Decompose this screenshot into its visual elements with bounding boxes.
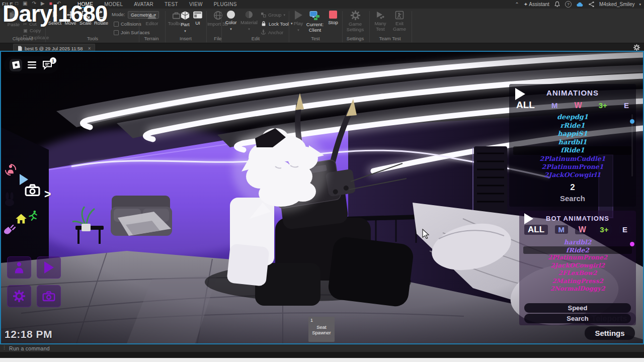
tab-plugins[interactable]: PLUGINS	[213, 1, 238, 8]
user-dropdown-icon[interactable]: ▾	[639, 3, 641, 7]
animation-item[interactable]: 2JackOCowgirl1	[513, 171, 632, 179]
edit-group-label: Edit	[223, 36, 288, 41]
bunny-icon[interactable]	[3, 192, 16, 207]
bot-filter-e[interactable]: E	[619, 225, 631, 234]
rotate-tool-button[interactable]: Rotate	[94, 11, 109, 26]
tab-test[interactable]: TEST	[164, 1, 179, 8]
bot-filter-all[interactable]: ALL	[524, 225, 548, 235]
bot-animation-item[interactable]: 2MatingPress2	[523, 278, 632, 286]
tab-model[interactable]: MODEL	[103, 1, 124, 8]
animation-item[interactable]: 2PlatinumCuddle1	[513, 155, 632, 163]
assistant-button[interactable]: ✦ Assistant	[524, 2, 549, 7]
command-bar-handle[interactable]: ⋮	[2, 345, 7, 350]
undo-icon[interactable]: ↶	[57, 1, 61, 6]
animation-item[interactable]: deepdg1	[513, 113, 632, 122]
close-tab-icon[interactable]: ×	[88, 46, 91, 51]
bot-animation-item[interactable]: hardbl2	[523, 238, 632, 246]
bot-animation-item[interactable]: 2JackOCowgirl2	[523, 262, 632, 270]
bot-scroll-thumb[interactable]	[630, 242, 634, 246]
plug-icon[interactable]	[3, 223, 16, 236]
spin-character-icon[interactable]	[4, 163, 17, 176]
game-settings-button[interactable]: Game Settings	[344, 11, 366, 32]
animation-item-selected[interactable]: fRide1	[513, 146, 632, 155]
anchor-button[interactable]: Anchor	[261, 29, 283, 35]
mouse-cursor	[422, 229, 431, 239]
collapse-ribbon-icon[interactable]: ⌃	[515, 2, 519, 7]
chevron-right-icon[interactable]: >	[44, 188, 51, 201]
animation-item[interactable]: rRide1	[513, 122, 632, 130]
viewport-gear-icon[interactable]	[633, 44, 640, 51]
runner-icon[interactable]	[28, 210, 38, 221]
quick-access-toolbar[interactable]: □ ▣ ↷ ▶ ■ ↶	[15, 1, 61, 6]
ui-button[interactable]: UI	[191, 11, 204, 26]
roblox-logo-icon[interactable]	[10, 59, 22, 71]
scale-tool-button[interactable]: Scale	[78, 11, 93, 26]
animation-item[interactable]: happiS1	[513, 130, 632, 138]
material-button[interactable]: Material▾	[239, 11, 259, 32]
file-menu[interactable]: FILE	[2, 1, 13, 7]
settings-button[interactable]: Settings	[585, 326, 635, 340]
game-viewport[interactable]: 1 >	[1, 52, 643, 343]
help-icon[interactable]: ?	[565, 1, 572, 8]
collisions-toggle[interactable]: Collisions	[114, 21, 141, 27]
join-surfaces-toggle[interactable]: Join Surfaces	[114, 30, 150, 35]
bot-animation-item[interactable]: 2PlatinumProne2	[523, 254, 632, 262]
menu-icon[interactable]	[28, 61, 36, 68]
command-input[interactable]: Run a command	[9, 345, 50, 351]
many-test-button[interactable]: Many Test	[371, 11, 389, 32]
animations-search[interactable]: Search	[509, 194, 636, 203]
home-icon[interactable]	[15, 213, 27, 224]
bot-filter-3plus[interactable]: 3+	[596, 225, 612, 234]
new-file-icon[interactable]: □	[15, 1, 18, 6]
seat-spawner-button[interactable]: 1 Seat Spawner	[308, 317, 335, 342]
color-button[interactable]: Color▾	[223, 11, 238, 32]
character-button[interactable]	[7, 256, 31, 279]
group-button[interactable]: Group▾	[261, 12, 285, 18]
stop-button[interactable]: Stop	[326, 11, 340, 25]
bot-search-field[interactable]: Search	[524, 314, 631, 323]
camera-icon[interactable]	[25, 184, 40, 197]
tab-home[interactable]: HOME	[76, 1, 94, 8]
filter-e[interactable]: E	[624, 101, 629, 110]
ribbon-tabs: HOME MODEL AVATAR TEST VIEW PLUGINS	[76, 0, 238, 9]
paste-button[interactable]: Paste	[4, 11, 23, 27]
play-quick-icon[interactable]: ▶	[41, 1, 45, 6]
play-button-purple[interactable]	[37, 256, 61, 279]
filter-all[interactable]: ALL	[516, 100, 535, 111]
clipboard-group-label: Clipboard	[0, 36, 45, 41]
filter-w[interactable]: W	[575, 101, 582, 110]
bot-animations-filters: ALL M W 3+ E	[524, 225, 631, 235]
stop-quick-icon[interactable]: ■	[49, 1, 52, 6]
share-icon[interactable]	[588, 1, 595, 8]
bot-speed-field[interactable]: Speed	[524, 303, 631, 313]
bot-animation-item[interactable]: 2NormalDoggy2	[523, 285, 632, 293]
bot-filter-w[interactable]: W	[575, 225, 590, 234]
animation-item[interactable]: 2PlatinumProne1	[513, 163, 632, 171]
tab-avatar[interactable]: AVATAR	[133, 1, 154, 8]
bot-animation-item-selected[interactable]: fRide2	[523, 246, 632, 254]
move-tool-button[interactable]: Move	[63, 11, 77, 26]
filter-m[interactable]: M	[551, 101, 558, 110]
tab-view[interactable]: VIEW	[188, 1, 204, 8]
lock-tool-button[interactable]: Lock Tool▾	[261, 21, 292, 27]
settings-gear-button[interactable]	[7, 285, 31, 307]
command-bar[interactable]: ⋮ Run a command	[0, 344, 644, 352]
animations-scroll-thumb[interactable]	[630, 119, 634, 124]
cut-button[interactable]: ✂Cut	[23, 21, 37, 27]
open-file-icon[interactable]: ▣	[23, 1, 27, 6]
exit-game-button[interactable]: Exit Game	[390, 11, 409, 32]
terrain-editor-button[interactable]: Editor	[142, 11, 162, 26]
current-client-button[interactable]: Current: Client	[304, 11, 326, 33]
camera-button-purple[interactable]	[37, 285, 61, 307]
bot-animation-item[interactable]: 2FLexBow2	[523, 269, 632, 278]
bot-filter-m[interactable]: M	[555, 225, 569, 234]
animation-item[interactable]: hardbl1	[513, 138, 632, 147]
notifications-icon[interactable]	[554, 1, 560, 8]
copy-button[interactable]: ▣Copy	[23, 28, 41, 33]
filter-3plus[interactable]: 3+	[599, 101, 607, 110]
select-tool-button[interactable]: Select	[47, 11, 62, 26]
redo-icon[interactable]: ↷	[32, 1, 36, 6]
cloud-sync-icon[interactable]	[576, 2, 584, 7]
chat-button[interactable]: 1	[42, 60, 53, 70]
username[interactable]: M4sked_Smiley	[599, 2, 635, 7]
